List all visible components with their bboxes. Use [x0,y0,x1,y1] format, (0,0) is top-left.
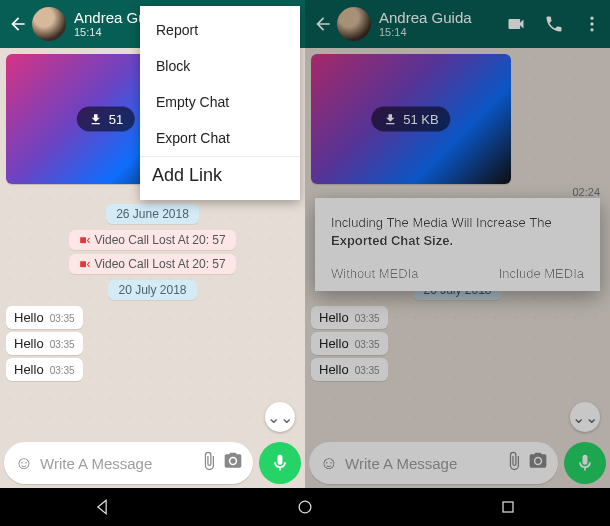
without-media-button[interactable]: Without MEDIa [331,266,418,281]
svg-rect-7 [503,502,513,512]
app-bar: Andrea Guida 15:14 [305,0,610,48]
avatar[interactable] [337,7,371,41]
compose-placeholder: Write A Message [341,455,502,472]
avatar[interactable] [32,7,66,41]
screen-left: Andrea Guice 15:14 51 02:24 26 June 2018… [0,0,305,488]
nav-back[interactable] [87,492,117,522]
dialog-text: Including The Media Will Increase The Ex… [331,214,584,250]
svg-point-4 [590,22,593,25]
svg-point-3 [590,17,593,20]
compose-input-box[interactable]: ☺ Write A Message [309,442,558,484]
compose-placeholder: Write A Message [36,455,197,472]
composer: ☺ Write A Message [309,442,606,484]
menu-add-link[interactable]: Add Link [140,156,300,194]
contact-name: Andrea Guida [379,10,472,27]
svg-point-6 [299,501,311,513]
menu-export-chat[interactable]: Export Chat [140,120,300,156]
nav-home[interactable] [290,492,320,522]
menu-empty-chat[interactable]: Empty Chat [140,84,300,120]
overflow-menu: Report Block Empty Chat Export Chat Add … [140,6,300,200]
camera-icon[interactable] [221,451,245,476]
menu-block[interactable]: Block [140,48,300,84]
missed-call[interactable]: ■‹Video Call Lost At 20: 57 [69,254,235,274]
scroll-to-bottom-button[interactable]: ⌄⌄ [265,402,295,432]
compose-input-box[interactable]: ☺ Write A Message [4,442,253,484]
menu-report[interactable]: Report [140,12,300,48]
attach-icon[interactable] [197,451,221,476]
message-bubble[interactable]: Hello03:35 [311,332,388,355]
audio-call-icon[interactable] [544,14,564,34]
download-pill[interactable]: 51 KB [371,107,450,132]
screen-right: Andrea Guida 15:14 51 KB 02:24 26 June 2… [305,0,610,488]
message-bubble[interactable]: Hello03:35 [311,306,388,329]
nav-recent[interactable] [493,492,523,522]
message-bubble[interactable]: Hello03:35 [6,358,83,381]
message-bubble[interactable]: Hello03:35 [6,306,83,329]
emoji-icon[interactable]: ☺ [317,453,341,474]
message-bubble[interactable]: Hello03:35 [6,332,83,355]
video-missed-icon: ■‹ [79,233,90,247]
emoji-icon[interactable]: ☺ [12,453,36,474]
contact-subtime: 15:14 [379,26,472,38]
composer: ☺ Write A Message [4,442,301,484]
include-media-button[interactable]: Include MEDIa [499,266,584,281]
android-navbar [0,488,610,526]
attach-icon[interactable] [502,451,526,476]
video-call-icon[interactable] [506,14,526,34]
export-chat-dialog: Including The Media Will Increase The Ex… [315,198,600,291]
date-separator: 20 July 2018 [108,280,196,300]
svg-point-5 [590,28,593,31]
camera-icon[interactable] [526,451,550,476]
message-bubble[interactable]: Hello03:35 [311,358,388,381]
missed-call[interactable]: ■‹Video Call Lost At 20: 57 [69,230,235,250]
mic-button[interactable] [564,442,606,484]
video-missed-icon: ■‹ [79,257,90,271]
back-button[interactable] [313,14,333,34]
download-pill[interactable]: 51 [77,107,135,132]
back-button[interactable] [8,14,28,34]
download-size: 51 [109,112,123,127]
mic-button[interactable] [259,442,301,484]
scroll-to-bottom-button[interactable]: ⌄⌄ [570,402,600,432]
media-time: 02:24 [305,186,610,198]
more-menu-icon[interactable] [582,14,602,34]
contact-info[interactable]: Andrea Guida 15:14 [379,10,472,39]
media-thumbnail[interactable]: 51 KB [311,54,511,184]
download-size: 51 KB [403,112,438,127]
date-separator: 26 June 2018 [106,204,199,224]
